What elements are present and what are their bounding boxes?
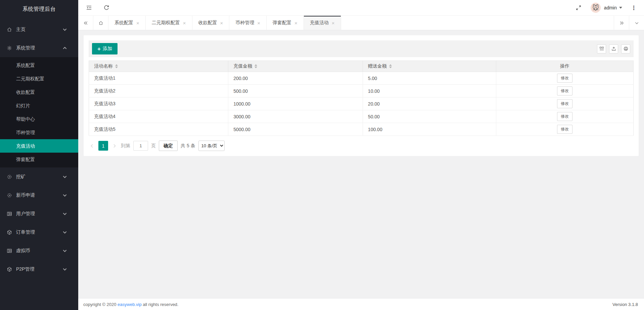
tabs-bar: 系统配置×二元期权配置×收款配置×币种管理×弹窗配置×充值活动× — [78, 16, 644, 30]
tab-收款配置[interactable]: 收款配置× — [192, 16, 230, 30]
page-content: + 添加 — [78, 30, 644, 298]
table-row: 充值活动2500.0010.00修改 — [89, 85, 634, 98]
chevron-down-icon — [62, 230, 67, 235]
user-menu[interactable]: admin — [604, 5, 622, 10]
sidebar-item-新币申请[interactable]: 新币申请 — [0, 186, 78, 204]
page-label: 页 — [151, 143, 156, 149]
cell-recharge-amount: 5000.00 — [228, 123, 363, 136]
sidebar-item-label: 用户管理 — [16, 211, 62, 217]
sidebar-item-主页[interactable]: 主页 — [0, 20, 78, 39]
cell-activity-name: 充值活动4 — [89, 110, 228, 123]
cell-bonus-amount: 10.00 — [363, 85, 496, 98]
sidebar-item-P2P管理[interactable]: P2P管理 — [0, 260, 78, 278]
tabs-scroll-left-icon[interactable] — [78, 16, 93, 30]
tab-系统配置[interactable]: 系统配置× — [108, 16, 146, 30]
columns-filter-button[interactable] — [597, 44, 606, 53]
pagination: 1 到第 页 确定 共 5 条 10 条/页 — [89, 141, 634, 151]
next-page-icon[interactable] — [111, 144, 118, 148]
edit-button[interactable]: 修改 — [557, 99, 572, 108]
sidebar-subitem-二元期权配置[interactable]: 二元期权配置 — [0, 72, 78, 85]
edit-button[interactable]: 修改 — [557, 86, 572, 95]
footer: copyright © 2020 easyweb.vip all rights … — [78, 298, 644, 310]
page-number-current[interactable]: 1 — [98, 141, 108, 151]
cell-recharge-amount: 500.00 — [228, 85, 363, 98]
main-area: 🐭 admin ⋮ 系统配置×二元期权配置×收款配置×币种管理×弹窗配置×充值活… — [78, 0, 644, 310]
tab-弹窗配置[interactable]: 弹窗配置× — [267, 16, 304, 30]
gear-icon — [7, 45, 12, 51]
sort-icon[interactable] — [255, 64, 257, 68]
kebab-menu-icon[interactable]: ⋮ — [631, 4, 637, 11]
tabs-scroll-right-icon[interactable] — [614, 16, 629, 30]
tab-label: 弹窗配置 — [273, 20, 291, 26]
print-button[interactable] — [621, 44, 630, 53]
edit-button[interactable]: 修改 — [557, 74, 572, 83]
export-button[interactable] — [609, 44, 618, 53]
sidebar-subitem-弹窗配置[interactable]: 弹窗配置 — [0, 153, 78, 166]
fold-sidebar-icon[interactable] — [86, 4, 92, 11]
cog-dots-icon — [7, 174, 12, 180]
cell-bonus-amount: 5.00 — [363, 72, 496, 85]
sidebar-subitem-幻灯片[interactable]: 幻灯片 — [0, 99, 78, 112]
layout-icon — [7, 211, 12, 217]
add-button[interactable]: + 添加 — [92, 43, 118, 54]
sidebar-subitem-币种管理[interactable]: 币种管理 — [0, 126, 78, 139]
cell-recharge-amount: 3000.00 — [228, 110, 363, 123]
chevron-down-icon — [62, 27, 67, 32]
sidebar-subitem-帮助中心[interactable]: 帮助中心 — [0, 112, 78, 126]
sort-icon[interactable] — [115, 64, 118, 68]
cell-actions: 修改 — [496, 123, 634, 136]
sidebar-item-label: P2P管理 — [16, 266, 62, 272]
cube-icon — [7, 230, 12, 235]
tab-label: 充值活动 — [310, 20, 329, 26]
cell-actions: 修改 — [496, 72, 634, 85]
sidebar-item-挖矿[interactable]: 挖矿 — [0, 167, 78, 186]
fullscreen-icon[interactable] — [575, 4, 582, 11]
sidebar-item-label: 挖矿 — [16, 174, 62, 180]
tab-币种管理[interactable]: 币种管理× — [229, 16, 267, 30]
sidebar-item-系统管理[interactable]: 系统管理 — [0, 39, 78, 57]
sort-icon[interactable] — [389, 64, 392, 68]
cell-actions: 修改 — [496, 110, 634, 123]
home-tab[interactable] — [93, 16, 108, 30]
cell-actions: 修改 — [496, 85, 634, 98]
sidebar: 系统管理后台 主页系统管理系统配置二元期权配置收款配置幻灯片帮助中心币种管理充值… — [0, 0, 78, 310]
tab-二元期权配置[interactable]: 二元期权配置× — [146, 16, 192, 30]
sidebar-item-虚拟币[interactable]: 虚拟币 — [0, 241, 78, 260]
app-window: 系统管理后台 主页系统管理系统配置二元期权配置收款配置幻灯片帮助中心币种管理充值… — [0, 0, 644, 310]
close-icon[interactable]: × — [332, 21, 335, 26]
close-icon[interactable]: × — [220, 21, 223, 26]
tabs-spacer — [341, 16, 614, 30]
avatar[interactable]: 🐭 — [591, 3, 601, 13]
sidebar-item-订单管理[interactable]: 订单管理 — [0, 223, 78, 241]
edit-button[interactable]: 修改 — [557, 125, 572, 134]
sidebar-item-用户管理[interactable]: 用户管理 — [0, 204, 78, 223]
table-row: 充值活动55000.00100.00修改 — [89, 123, 634, 136]
close-icon[interactable]: × — [294, 21, 297, 26]
easyweb-link[interactable]: easyweb.vip — [118, 302, 142, 307]
user-name: admin — [604, 5, 617, 10]
sidebar-subitem-系统配置[interactable]: 系统配置 — [0, 59, 78, 72]
goto-label: 到第 — [121, 143, 130, 149]
sidebar-item-label: 系统管理 — [16, 45, 62, 51]
cell-activity-name: 充值活动3 — [89, 98, 228, 110]
tabs-list: 系统配置×二元期权配置×收款配置×币种管理×弹窗配置×充值活动× — [108, 16, 341, 30]
tabs-menu-icon[interactable] — [629, 16, 644, 30]
page-size-select[interactable]: 10 条/页 — [198, 141, 225, 151]
sidebar-subitem-充值活动[interactable]: 充值活动 — [0, 139, 78, 153]
version-label: Version 3.1.8 — [612, 302, 638, 307]
prev-page-icon[interactable] — [89, 144, 95, 148]
confirm-button[interactable]: 确定 — [159, 141, 178, 151]
chevron-down-icon — [62, 174, 67, 180]
tab-充值活动[interactable]: 充值活动× — [304, 16, 341, 30]
close-icon[interactable]: × — [136, 21, 139, 26]
data-table: 活动名称充值金额赠送金额操作 充值活动1200.005.00修改充值活动2500… — [89, 61, 634, 136]
topbar-right: 🐭 admin ⋮ — [575, 3, 637, 13]
refresh-icon[interactable] — [103, 4, 110, 11]
sidebar-subitem-收款配置[interactable]: 收款配置 — [0, 85, 78, 99]
edit-button[interactable]: 修改 — [557, 112, 572, 121]
page-input[interactable] — [133, 141, 148, 151]
close-icon[interactable]: × — [257, 21, 260, 26]
copyright-text: copyright © 2020 easyweb.vip all rights … — [83, 302, 178, 307]
column-header-充值金额: 充值金额 — [228, 61, 363, 72]
close-icon[interactable]: × — [183, 21, 186, 26]
